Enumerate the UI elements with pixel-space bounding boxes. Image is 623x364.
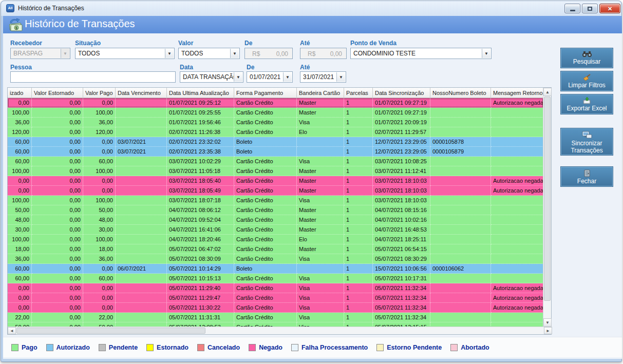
data-de-input[interactable]: 01/07/2021 ▼ — [247, 71, 293, 83]
page-header: $ Histórico de Transações — [3, 16, 622, 33]
legend-label: Cancelado — [207, 344, 240, 351]
table-cell: Visa — [297, 196, 344, 205]
table-cell: 0,00 — [83, 283, 116, 293]
table-cell: Cartão Crédito — [234, 274, 297, 283]
table-row[interactable]: 100,000,00100,0003/07/2021 18:07:18Cartã… — [8, 196, 543, 205]
maximize-button[interactable] — [582, 4, 598, 13]
vertical-scrollbar[interactable]: ▲ ▼ — [543, 88, 551, 327]
table-row[interactable]: 60,000,000,0003/07/202102/07/2021 23:32:… — [8, 137, 543, 147]
table-row[interactable]: 0,000,000,0003/07/2021 18:05:40Cartão Cr… — [8, 176, 543, 186]
column-header[interactable]: izado — [8, 88, 32, 98]
data-ate-input[interactable]: 31/07/2021 ▼ — [300, 71, 346, 83]
legend-label: Pendente — [109, 344, 138, 351]
maximize-icon — [588, 7, 592, 11]
table-cell — [116, 235, 167, 244]
table-cell: 0,00 — [32, 264, 83, 274]
valor-value: TODOS — [181, 50, 203, 57]
table-cell: 03/07/2021 10:02:29 — [167, 157, 234, 166]
button-label: Pesquisar — [561, 58, 612, 67]
table-row[interactable]: 48,000,0048,0004/07/2021 09:52:04Cartão … — [8, 215, 543, 225]
exportar-excel-button[interactable]: Exportar Excel — [561, 94, 613, 114]
legend-color-swatch — [291, 344, 298, 351]
grid-header-row: izadoValor EstornadoValor PagoData Venci… — [8, 88, 543, 98]
title-bar[interactable]: All Histórico de Transações ✕ — [1, 1, 621, 16]
minimize-button[interactable] — [564, 4, 580, 13]
table-cell: Cartão Crédito — [234, 186, 297, 196]
table-row[interactable]: 0,000,000,0003/07/2021 18:05:49Cartão Cr… — [8, 186, 543, 196]
table-cell: 1 — [344, 166, 373, 176]
close-icon: ✕ — [608, 6, 612, 12]
table-row[interactable]: 100,000,00100,0003/07/2021 11:05:18Cartã… — [8, 166, 543, 176]
button-label: Exportar Excel — [561, 104, 612, 114]
table-row[interactable]: 60,000,0060,0005/07/2021 10:15:13Cartão … — [8, 274, 543, 283]
recebedor-select[interactable]: BRASPAG ▼ — [10, 48, 70, 59]
vertical-scroll-thumb[interactable] — [544, 97, 551, 301]
valor-select[interactable]: TODOS ▼ — [178, 48, 240, 59]
table-row[interactable]: 0,000,000,0001/07/2021 09:25:12Cartão Cr… — [8, 98, 543, 108]
column-header[interactable]: Parcelas — [344, 88, 373, 98]
table-row[interactable]: 120,000,00120,0002/07/2021 11:26:38Cartã… — [8, 127, 543, 137]
sincronizar-transacoes-button[interactable]: Sincronizar Transações — [561, 128, 613, 155]
limpar-filtros-button[interactable]: Limpar Filtros — [561, 71, 613, 91]
table-cell: 36,00 — [83, 118, 116, 127]
column-header[interactable]: Mensagem Retorno — [491, 88, 543, 98]
scroll-right-icon[interactable]: ► — [544, 327, 552, 334]
valor-de-input[interactable]: R$ 0,00 — [244, 48, 293, 59]
data-tipo-select[interactable]: DATA TRANSAÇÃO ▼ — [180, 71, 243, 83]
pesquisar-button[interactable]: Pesquisar — [561, 48, 613, 68]
table-cell: Visa — [297, 283, 344, 293]
column-header[interactable]: Bandeira Cartão — [297, 88, 344, 98]
column-header[interactable]: Data Sincronização — [373, 88, 430, 98]
table-row[interactable]: 60,000,000,0006/07/202105/07/2021 10:14:… — [8, 264, 543, 274]
table-cell: 03/07/2021 — [116, 137, 167, 147]
column-header[interactable]: Valor Estornado — [32, 88, 83, 98]
table-row[interactable]: 22,000,0022,0005/07/2021 11:31:31Cartão … — [8, 313, 543, 322]
pessoa-input[interactable] — [10, 71, 176, 83]
scroll-left-icon[interactable]: ◄ — [8, 327, 16, 334]
table-row[interactable]: 0,000,000,0005/07/2021 11:30:22Cartão Cr… — [8, 303, 543, 313]
table-cell — [116, 215, 167, 225]
scroll-down-icon[interactable]: ▼ — [543, 318, 552, 327]
horizontal-scroll-thumb[interactable] — [16, 328, 205, 334]
table-cell: 1 — [344, 293, 373, 303]
table-cell: 36,00 — [8, 118, 32, 127]
table-cell: 1 — [344, 196, 373, 205]
table-cell: 05/07/2021 11:32:34 — [373, 313, 430, 322]
table-cell — [116, 274, 167, 283]
table-cell — [430, 313, 491, 322]
app-icon: All — [6, 4, 14, 12]
chevron-down-icon: ▼ — [234, 72, 242, 82]
table-row[interactable]: 60,000,0060,0003/07/2021 10:02:29Cartão … — [8, 157, 543, 166]
table-row[interactable]: 30,000,0030,0004/07/2021 16:41:06Cartão … — [8, 225, 543, 235]
close-button[interactable]: ✕ — [599, 4, 620, 13]
table-row[interactable]: 60,000,000,0003/07/202102/07/2021 23:35:… — [8, 147, 543, 157]
table-row[interactable]: 0,000,000,0005/07/2021 11:29:40Cartão Cr… — [8, 283, 543, 293]
table-row[interactable]: 100,000,00100,0001/07/2021 09:25:55Cartã… — [8, 108, 543, 118]
table-row[interactable]: 36,000,0036,0005/07/2021 08:30:09Cartão … — [8, 254, 543, 264]
table-cell: 03/07/2021 11:05:18 — [167, 166, 234, 176]
valor-ate-input[interactable]: R$ 0,00 — [300, 48, 347, 59]
table-cell: 0,00 — [32, 147, 83, 157]
table-cell: Boleto — [234, 264, 297, 274]
table-row[interactable]: 36,000,0036,0001/07/2021 19:56:46Cartão … — [8, 118, 543, 127]
column-header[interactable]: Forma Pagamento — [234, 88, 297, 98]
table-row[interactable]: 50,000,0050,0004/07/2021 08:06:12Cartão … — [8, 205, 543, 215]
table-cell: 0,00 — [32, 303, 83, 313]
column-header[interactable]: Data Vencimento — [116, 88, 167, 98]
table-cell: Cartão Crédito — [234, 303, 297, 313]
table-cell — [491, 313, 543, 322]
table-cell — [491, 127, 543, 137]
column-header[interactable]: Data Ultima Atualização — [167, 88, 234, 98]
ponto-venda-select[interactable]: CONDOMINIO TESTE ▼ — [350, 48, 492, 59]
table-cell: 04/07/2021 09:52:04 — [167, 215, 234, 225]
column-header[interactable]: Valor Pago — [83, 88, 116, 98]
fechar-button[interactable]: Fechar — [561, 167, 613, 186]
table-row[interactable]: 18,000,0018,0005/07/2021 06:47:02Cartão … — [8, 244, 543, 254]
table-row[interactable]: 0,000,000,0005/07/2021 11:29:47Cartão Cr… — [8, 293, 543, 303]
column-header[interactable]: NossoNumero Boleto — [430, 88, 491, 98]
scroll-up-icon[interactable]: ▲ — [543, 88, 552, 96]
horizontal-scrollbar[interactable]: ◄ ► — [8, 327, 552, 334]
table-cell: 04/07/2021 18:20:46 — [167, 235, 234, 244]
situacao-select[interactable]: TODOS ▼ — [75, 48, 175, 59]
table-row[interactable]: 100,000,00100,0004/07/2021 18:20:46Cartã… — [8, 235, 543, 244]
